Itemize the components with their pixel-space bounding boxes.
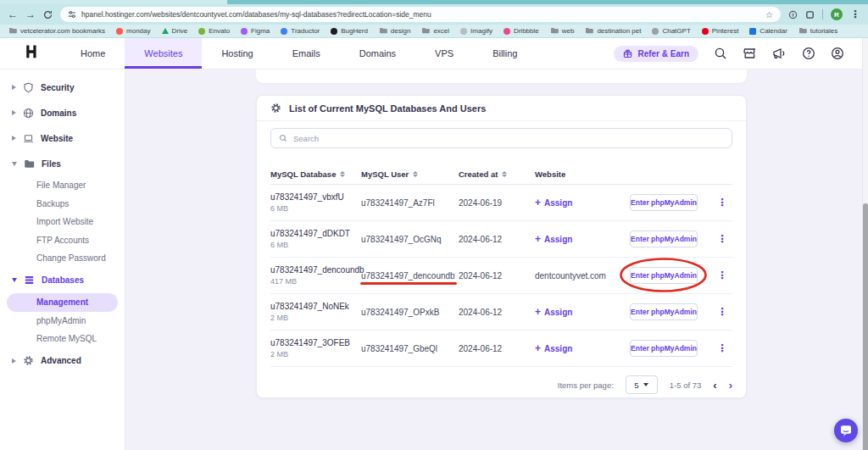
db-user-cell: u783241497_OPxkB [361,308,459,317]
site-favicon [116,28,123,35]
sidebar-item-import-website[interactable]: Import Website [0,213,125,231]
bookmark-chatgpt[interactable]: ChatGPT [652,27,690,35]
sidebar-item-file-manager[interactable]: File Manager [0,176,125,195]
sidebar-item-ftp-accounts[interactable]: FTP Accounts [0,231,125,250]
kebab-menu-icon[interactable]: ⋮ [717,269,727,281]
sidebar-item-change-password[interactable]: Change Password [0,249,125,268]
extensions-icon[interactable] [805,10,815,19]
sidebar-item-phpmyadmin[interactable]: phpMyAdmin [0,312,125,331]
search-icon[interactable] [714,47,727,60]
db-size: 2 MB [270,314,361,322]
site-favicon [281,28,287,35]
bookmark-destination-pet[interactable]: destination pet [585,27,641,36]
column-header-created-at[interactable]: Created at [459,169,535,179]
bookmark-envato[interactable]: Envato [198,27,230,35]
bookmark-label: Figma [251,27,270,35]
bookmark-monday[interactable]: monday [116,27,150,35]
bookmark-imagify[interactable]: Imagify [460,27,492,35]
chat-widget-button[interactable] [834,419,858,442]
kebab-menu-icon[interactable]: ⋮ [717,233,727,245]
bookmarks-bar: vetcelerator.com bookmarksmondayDriveEnv… [0,25,868,38]
bookmark-excel[interactable]: excel [421,27,449,36]
assign-link[interactable]: +Assign [535,306,630,318]
created-at-cell: 2024-06-12 [459,271,535,281]
account-icon[interactable] [831,47,844,60]
bookmark-bugherd[interactable]: BugHerd [331,27,368,35]
search-input[interactable] [293,134,724,143]
enter-phpmyadmin-button[interactable]: Enter phpMyAdmin [630,267,698,284]
bookmark-label: Drive [172,27,188,35]
created-at-cell: 2024-06-12 [459,235,535,244]
sidebar-item-backups[interactable]: Backups [0,195,125,214]
store-icon[interactable] [743,47,757,60]
forward-icon[interactable]: → [25,9,36,19]
sidebar-item-remote-mysql[interactable]: Remote MySQL [0,330,125,348]
created-at-cell: 2024-06-12 [459,344,535,353]
sidebar-section-databases[interactable]: Databases [0,268,125,293]
reload-icon[interactable] [43,10,53,19]
sidebar-section-advanced[interactable]: Advanced [0,348,125,374]
sidebar-section-security[interactable]: Security [0,75,125,100]
bookmark-star-icon[interactable]: ☆ [765,10,773,19]
scrollbar-track[interactable] [862,38,868,450]
header-actions: Refer & Earn [614,38,868,69]
hostinger-logo[interactable] [24,44,39,63]
browser-toolbar-right: R ⋮ [788,8,860,20]
tab-billing[interactable]: Billing [473,38,537,69]
bookmark-pinterest[interactable]: Pinterest [702,27,739,35]
db-name: u783241497_vbxfU [270,192,361,202]
table-row: u783241497_dDKDT6 MBu783241497_OcGNq2024… [270,221,732,258]
address-bar[interactable]: hpanel.hostinger.com/websites/dentcounty… [60,7,781,22]
column-header-website: Website [535,169,630,179]
refer-earn-button[interactable]: Refer & Earn [614,46,698,62]
tab-emails[interactable]: Emails [273,38,340,69]
column-header-mysql-database[interactable]: MySQL Database [270,169,361,179]
next-page-icon[interactable]: › [729,380,732,391]
per-page-select[interactable]: 5 [626,375,658,394]
sidebar-section-files[interactable]: Files [0,151,125,176]
bookmark-dribbble[interactable]: Dribbble [504,27,539,35]
sort-icon [502,171,507,177]
assign-link[interactable]: +Assign [535,197,630,208]
tab-domains[interactable]: Domains [340,38,415,69]
enter-phpmyadmin-button[interactable]: Enter phpMyAdmin [630,303,698,320]
help-icon[interactable] [802,47,815,60]
sidebar-section-website[interactable]: Website [0,125,125,151]
password-extension-icon[interactable] [788,10,798,19]
kebab-menu-icon[interactable]: ⋮ [717,197,727,208]
sidebar-item-management[interactable]: Management [7,293,118,312]
assign-link[interactable]: +Assign [535,342,630,354]
site-info-icon[interactable] [68,10,76,19]
kebab-menu-icon[interactable]: ⋮ [717,306,727,318]
assign-link[interactable]: +Assign [535,233,630,245]
enter-phpmyadmin-button[interactable]: Enter phpMyAdmin [630,194,698,211]
browser-menu-icon[interactable]: ⋮ [850,9,860,19]
bookmark-drive[interactable]: Drive [162,27,188,35]
plus-icon: + [535,197,541,208]
enter-phpmyadmin-button[interactable]: Enter phpMyAdmin [630,231,698,247]
kebab-menu-icon[interactable]: ⋮ [717,342,727,354]
column-header-mysql-user[interactable]: MySQL User [361,169,459,179]
tab-hosting[interactable]: Hosting [202,38,272,69]
bookmark-figma[interactable]: Figma [241,27,270,35]
tab-websites[interactable]: Websites [125,38,202,69]
bookmark-label: web [562,27,575,35]
tab-home[interactable]: Home [61,38,125,69]
bookmark-traductor[interactable]: Traductor [281,27,320,35]
browser-profile-avatar[interactable]: R [831,8,843,20]
tab-vps[interactable]: VPS [415,38,473,69]
bookmark-tutoriales[interactable]: tutoriales [798,27,837,36]
enter-phpmyadmin-button[interactable]: Enter phpMyAdmin [630,340,698,357]
bookmark-vetcelerator-com-bookmarks[interactable]: vetcelerator.com bookmarks [8,27,105,36]
globe-icon [23,108,34,119]
sidebar-section-domains[interactable]: Domains [0,100,125,125]
bookmark-calendar[interactable]: Calendar [749,27,787,35]
bookmark-label: Imagify [470,27,492,35]
scrollbar-thumb[interactable] [863,203,868,450]
back-icon[interactable]: ← [8,9,18,19]
bookmark-web[interactable]: web [550,27,575,36]
previous-page-icon[interactable]: ‹ [713,380,716,391]
megaphone-icon[interactable] [772,47,787,60]
bookmark-design[interactable]: design [379,27,411,36]
assign-label: Assign [544,198,572,208]
